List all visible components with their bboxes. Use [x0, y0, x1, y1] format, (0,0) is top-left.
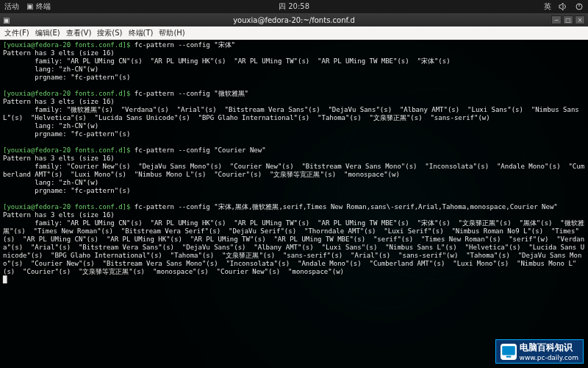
- command-line: fc-pattern --config "Courier New": [135, 146, 266, 154]
- terminal-output: family: "Courier New"(s) "DejaVu Sans Mo…: [3, 163, 584, 178]
- app-menu[interactable]: ▣ 终端: [26, 1, 51, 12]
- terminal-output: prgname: "fc-pattern"(s): [3, 130, 130, 138]
- watermark-text: 电脑百科知识: [520, 342, 573, 353]
- terminal-output: Pattern has 3 elts (size 16): [3, 49, 115, 57]
- close-button[interactable]: ×: [575, 15, 585, 24]
- window-title: youxia@fedora-20:~/fonts.conf.d: [233, 16, 355, 24]
- svg-rect-1: [502, 346, 515, 355]
- terminal-output: Pattern has 3 elts (size 16): [3, 155, 115, 162]
- terminal-output: family: "AR PL UMing CN"(s) "AR PL UMing…: [3, 219, 584, 275]
- shell-prompt: [youxia@fedora-20 fonts.conf.d]$: [3, 146, 130, 154]
- terminal-output: prgname: "fc-pattern"(s): [3, 74, 130, 81]
- terminal-output: lang: "zh-CN"(w): [3, 66, 98, 73]
- terminal-output: Pattern has 3 elts (size 16): [3, 211, 115, 219]
- gnome-topbar: 活动 ▣ 终端 四 20:58 英: [0, 0, 588, 13]
- menu-help[interactable]: 帮助(H): [157, 28, 186, 38]
- input-method-indicator[interactable]: 英: [544, 1, 551, 12]
- shell-prompt: [youxia@fedora-20 fonts.conf.d]$: [3, 41, 130, 49]
- terminal-output: Pattern has 3 elts (size 16): [3, 98, 115, 105]
- menu-bar: 文件(F) 编辑(E) 查看(V) 搜索(S) 终端(T) 帮助(H): [0, 26, 588, 40]
- terminal-output: lang: "zh-CN"(w): [3, 179, 98, 186]
- terminal-output: family: "AR PL UMing CN"(s) "AR PL UMing…: [3, 57, 451, 65]
- svg-rect-2: [506, 355, 511, 357]
- menu-view[interactable]: 查看(V): [65, 28, 93, 38]
- window-titlebar[interactable]: ▣ youxia@fedora-20:~/fonts.conf.d − □ ×: [0, 13, 588, 26]
- terminal-output: prgname: "fc-pattern"(s): [3, 187, 130, 194]
- watermark-logo-icon: [501, 344, 517, 360]
- window-app-icon: ▣: [3, 16, 10, 24]
- command-line: fc-pattern --config "微软雅黑": [135, 90, 248, 97]
- watermark: 电脑百科知识 www.pc-daily.com: [495, 339, 584, 364]
- clock[interactable]: 四 20:58: [279, 1, 309, 12]
- power-icon[interactable]: [575, 2, 584, 11]
- menu-file[interactable]: 文件(F): [3, 28, 31, 38]
- terminal-output: family: "微软雅黑"(s) "Verdana"(s) "Arial"(s…: [3, 106, 583, 121]
- command-line: fc-pattern --config "宋体,黑体,微软雅黑,serif,Ti…: [135, 203, 558, 210]
- terminal-output: lang: "zh-CN"(w): [3, 122, 98, 130]
- maximize-button[interactable]: □: [563, 15, 573, 24]
- activities-button[interactable]: 活动: [4, 1, 19, 12]
- shell-prompt: [youxia@fedora-20 fonts.conf.d]$: [3, 90, 130, 97]
- sound-icon[interactable]: [559, 2, 567, 11]
- command-line: fc-pattern --config "宋体": [135, 41, 235, 49]
- minimize-button[interactable]: −: [551, 15, 562, 24]
- menu-edit[interactable]: 编辑(E): [34, 28, 62, 38]
- menu-terminal[interactable]: 终端(T): [127, 28, 155, 38]
- menu-search[interactable]: 搜索(S): [96, 28, 123, 38]
- terminal-cursor: █: [3, 276, 7, 283]
- watermark-url: www.pc-daily.com: [520, 354, 578, 361]
- terminal-viewport[interactable]: [youxia@fedora-20 fonts.conf.d]$ fc-patt…: [0, 40, 588, 368]
- shell-prompt: [youxia@fedora-20 fonts.conf.d]$: [3, 203, 130, 210]
